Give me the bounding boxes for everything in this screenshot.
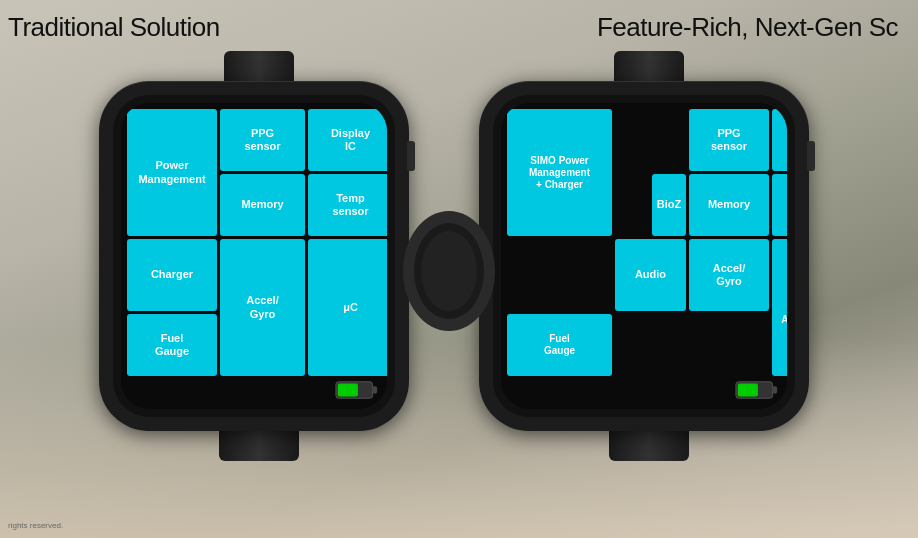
battery-icon-left xyxy=(335,379,379,401)
chip-ng-ppg: PPGsensor xyxy=(689,109,769,171)
watch-inner-right: SIMO PowerManagement+ Charger PPGsensor … xyxy=(501,103,787,409)
band-bottom-right xyxy=(609,431,689,461)
chip-ng-memory: Memory xyxy=(689,174,769,236)
copyright-text: rights reserved. xyxy=(8,521,63,530)
chip-charger: Charger xyxy=(127,239,217,311)
svg-point-5 xyxy=(421,231,477,311)
chip-ng-fuel: FuelGauge xyxy=(507,314,612,376)
chip-ng-audio: Audio xyxy=(615,239,686,311)
title-traditional: Traditional Solution xyxy=(8,12,220,43)
main-content: Traditional Solution Feature-Rich, Next-… xyxy=(0,0,918,538)
chip-ng-temp: Tempsensor xyxy=(772,174,787,236)
chip-ppg-sensor: PPGsensor xyxy=(220,109,305,171)
watch-button-right xyxy=(807,141,815,171)
title-nextgen: Feature-Rich, Next-Gen Sc xyxy=(597,12,898,43)
chip-fuel-gauge: FuelGauge xyxy=(127,314,217,376)
svg-rect-7 xyxy=(738,384,758,397)
chip-ng-accel: Accel/Gyro xyxy=(689,239,769,311)
watch-body-right: SIMO PowerManagement+ Charger PPGsensor … xyxy=(479,81,809,431)
chip-ng-display: DisplayIC xyxy=(772,109,787,171)
chip-power-management: PowerManagement xyxy=(127,109,217,236)
connector-svg xyxy=(399,206,499,336)
chip-uc-ai: μC&AI Processor xyxy=(772,239,787,376)
band-bottom-left xyxy=(219,431,299,461)
svg-rect-1 xyxy=(338,384,358,397)
watch-body-left: PowerManagement PPGsensor DisplayIC Memo… xyxy=(99,81,409,431)
watches-container: PowerManagement PPGsensor DisplayIC Memo… xyxy=(0,51,918,461)
chip-accel-gyro: Accel/Gyro xyxy=(220,239,305,376)
chip-memory: Memory xyxy=(220,174,305,236)
chip-uc: μC xyxy=(308,239,387,376)
band-top-right xyxy=(614,51,684,81)
chip-display-ic: DisplayIC xyxy=(308,109,387,171)
svg-rect-2 xyxy=(373,386,378,393)
band-top-left xyxy=(224,51,294,81)
chip-temp-sensor: Tempsensor xyxy=(308,174,387,236)
titles-row: Traditional Solution Feature-Rich, Next-… xyxy=(0,0,918,43)
svg-rect-8 xyxy=(773,386,778,393)
battery-icon-right xyxy=(735,379,779,401)
traditional-chip-grid: PowerManagement PPGsensor DisplayIC Memo… xyxy=(127,109,381,376)
watch-screen-right: SIMO PowerManagement+ Charger PPGsensor … xyxy=(493,95,795,417)
chip-ng-bioz-hidden: BioZ xyxy=(652,174,686,236)
traditional-watch: PowerManagement PPGsensor DisplayIC Memo… xyxy=(99,51,419,461)
watch-screen-left: PowerManagement PPGsensor DisplayIC Memo… xyxy=(113,95,395,417)
battery-area-right xyxy=(507,376,781,403)
nextgen-chip-grid: SIMO PowerManagement+ Charger PPGsensor … xyxy=(507,109,781,376)
battery-area-left xyxy=(127,376,381,403)
watch-button-left xyxy=(407,141,415,171)
band-connector xyxy=(399,206,499,336)
chip-simo-power: SIMO PowerManagement+ Charger xyxy=(507,109,612,236)
watch-inner-left: PowerManagement PPGsensor DisplayIC Memo… xyxy=(121,103,387,409)
nextgen-watch: SIMO PowerManagement+ Charger PPGsensor … xyxy=(479,51,819,461)
